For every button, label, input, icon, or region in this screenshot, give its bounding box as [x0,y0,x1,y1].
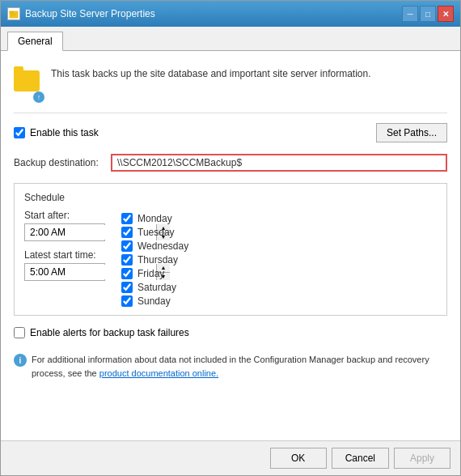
backup-dest-input[interactable] [111,154,447,172]
start-after-group: Start after: ▲ ▼ [24,210,105,241]
window-controls: ─ □ ✕ [402,6,454,22]
schedule-inner: Start after: ▲ ▼ Latest start time: [24,210,437,307]
window-icon [7,7,20,20]
enable-task-checkbox-row: Enable this task [14,127,99,138]
product-doc-link[interactable]: product documentation online. [99,368,218,378]
day-label-friday[interactable]: Friday [137,268,164,279]
day-row: Sunday [121,295,188,307]
day-row: Wednesday [121,240,188,252]
day-row: Monday [121,213,188,224]
schedule-left: Start after: ▲ ▼ Latest start time: [24,210,105,307]
day-checkbox-wednesday[interactable] [121,240,133,252]
day-label-saturday[interactable]: Saturday [137,282,176,293]
svg-rect-3 [11,15,16,16]
bottom-bar: OK Cancel Apply [1,440,460,475]
divider-1 [14,113,447,113]
tab-general[interactable]: General [7,32,63,51]
info-before-text: For additional information about data no… [32,355,429,378]
day-row: Tuesday [121,227,188,238]
maximize-button[interactable]: □ [420,6,436,22]
day-checkbox-tuesday[interactable] [121,227,133,238]
day-checkbox-thursday[interactable] [121,254,133,266]
close-button[interactable]: ✕ [438,6,454,22]
window-title: Backup Site Server Properties [25,8,155,19]
day-checkbox-monday[interactable] [121,213,133,224]
day-checkbox-friday[interactable] [121,268,133,279]
enable-task-label[interactable]: Enable this task [30,127,99,138]
start-after-spinner: ▲ ▼ [24,223,105,241]
day-label-thursday[interactable]: Thursday [137,254,178,266]
enable-row: Enable this task Set Paths... [14,123,447,142]
tab-bar: General [1,27,460,51]
day-label-tuesday[interactable]: Tuesday [137,227,175,238]
alerts-checkbox[interactable] [14,327,25,338]
info-link-text: For additional information about data no… [32,353,447,380]
info-description: This task backs up the site database and… [51,67,371,81]
svg-rect-2 [11,14,16,15]
day-label-wednesday[interactable]: Wednesday [137,240,188,252]
day-label-sunday[interactable]: Sunday [137,295,171,307]
schedule-box: Schedule Start after: ▲ ▼ [14,183,447,316]
day-label-monday[interactable]: Monday [137,213,172,224]
schedule-title: Schedule [24,192,437,203]
ok-button[interactable]: OK [270,448,327,469]
day-row: Friday [121,268,188,279]
apply-button[interactable]: Apply [394,448,450,469]
backup-dest-label: Backup destination: [14,157,103,168]
info-bar: ↑ This task backs up the site database a… [14,61,447,103]
day-row: Thursday [121,254,188,266]
info-icon-circle: i [14,354,27,367]
alerts-row: Enable alerts for backup task failures [14,327,447,338]
day-row: Saturday [121,282,188,293]
set-paths-button[interactable]: Set Paths... [376,123,447,142]
minimize-button[interactable]: ─ [402,6,418,22]
enable-task-checkbox[interactable] [14,127,25,138]
schedule-days: MondayTuesdayWednesdayThursdayFridaySatu… [121,213,188,307]
cancel-button[interactable]: Cancel [332,448,389,469]
main-window: Backup Site Server Properties ─ □ ✕ Gene… [0,0,461,476]
info-link-row: i For additional information about data … [14,348,447,385]
latest-start-group: Latest start time: ▲ ▼ [24,249,105,281]
content-area: ↑ This task backs up the site database a… [1,51,460,440]
latest-start-label: Latest start time: [24,249,105,261]
day-checkbox-saturday[interactable] [121,282,133,293]
title-bar-left: Backup Site Server Properties [7,7,155,20]
folder-backup-icon: ↑ [14,67,43,96]
title-bar: Backup Site Server Properties ─ □ ✕ [1,1,460,27]
day-checkbox-sunday[interactable] [121,295,133,307]
svg-rect-1 [10,11,13,13]
alerts-label[interactable]: Enable alerts for backup task failures [30,327,189,338]
backup-dest-row: Backup destination: [14,154,447,172]
latest-start-spinner: ▲ ▼ [24,263,105,281]
start-after-label: Start after: [24,210,105,221]
